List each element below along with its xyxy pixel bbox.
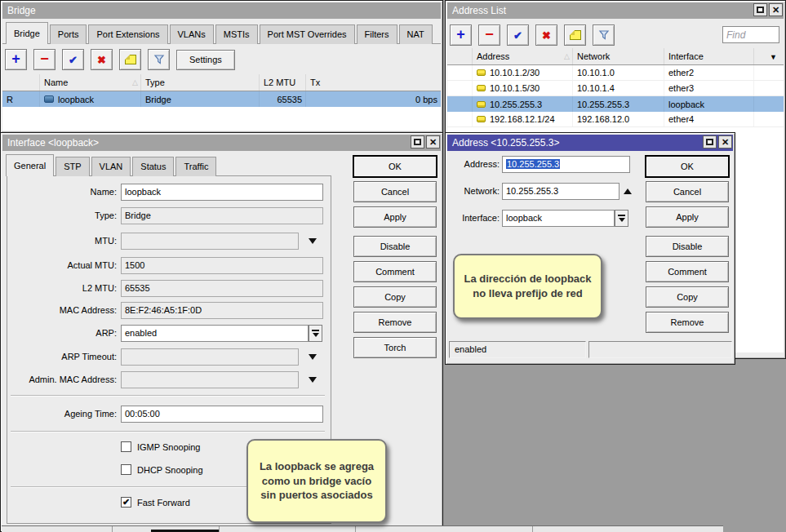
tab-nat[interactable]: NAT — [399, 24, 433, 44]
comment-button[interactable] — [119, 49, 141, 70]
remove-button[interactable]: Remove — [353, 312, 437, 333]
close-button[interactable]: ✕ — [426, 135, 440, 149]
remove-button[interactable]: Remove — [646, 312, 729, 333]
name-field[interactable]: loopback — [121, 184, 323, 201]
column-l2mtu[interactable]: L2 MTU — [260, 74, 306, 91]
row-network: 10.10.1.0 — [573, 65, 664, 80]
comment-button[interactable] — [564, 24, 586, 46]
interface-combo-button[interactable] — [615, 210, 628, 227]
table-row[interactable]: R loopback Bridge 65535 0 bps — [2, 91, 441, 107]
fast-forward-label: Fast Forward — [137, 497, 190, 508]
address-list-toolbar: + − ✔ ✖ — [450, 24, 615, 46]
tab-vlans[interactable]: VLANs — [170, 24, 214, 44]
settings-button[interactable]: Settings — [176, 50, 235, 70]
cancel-button[interactable]: Cancel — [353, 181, 437, 202]
tab-traffic[interactable]: Traffic — [175, 157, 216, 176]
arp-label: ARP: — [1, 325, 117, 342]
maximize-button[interactable] — [753, 3, 767, 16]
add-button[interactable]: + — [450, 24, 472, 46]
minus-icon: − — [40, 51, 49, 66]
apply-button[interactable]: Apply — [353, 206, 437, 228]
tab-mstis[interactable]: MSTIs — [215, 24, 258, 44]
row-address: 10.10.1.5/30 — [473, 81, 573, 95]
funnel-icon — [153, 54, 165, 65]
callout-loopback-address: La dirección de loopback no lleva prefij… — [453, 254, 602, 319]
sort-asc-icon: △ — [564, 48, 570, 64]
table-row[interactable]: 10.10.1.2/30 10.10.1.0 ether2 — [447, 65, 784, 81]
interface-field[interactable]: loopback — [502, 210, 615, 227]
fast-forward-checkbox[interactable]: ✔ — [121, 497, 131, 508]
apply-button[interactable]: Apply — [646, 206, 729, 228]
remove-button[interactable]: − — [478, 24, 500, 46]
enable-button[interactable]: ✔ — [507, 24, 529, 46]
address-dialog-title: Address <10.255.255.3> — [452, 137, 559, 149]
find-input[interactable] — [722, 26, 779, 43]
tab-port-extensions[interactable]: Port Extensions — [88, 24, 167, 44]
arp-field[interactable]: enabled — [121, 325, 309, 342]
admin-mac-field[interactable] — [121, 371, 299, 388]
column-network[interactable]: Network — [573, 48, 664, 64]
selected-text: 10.255.255.3 — [506, 159, 560, 169]
column-name[interactable]: Name△ — [40, 74, 141, 91]
cancel-button[interactable]: Cancel — [646, 181, 729, 202]
disable-button[interactable]: ✖ — [91, 49, 113, 70]
column-chooser[interactable]: ▼ — [754, 48, 784, 64]
column-interface[interactable]: Interface — [664, 48, 754, 64]
enable-button[interactable]: ✔ — [62, 49, 84, 70]
address-dialog: Address <10.255.255.3> ✕ Address: 10.255… — [445, 132, 735, 365]
disable-button[interactable]: Disable — [646, 236, 729, 257]
address-field[interactable]: 10.255.255.3 — [502, 156, 630, 173]
bridge-window-titlebar[interactable]: Bridge — [2, 2, 441, 19]
dhcp-snooping-checkbox[interactable] — [121, 464, 131, 475]
comment-button[interactable]: Comment — [646, 261, 729, 282]
filter-button[interactable] — [593, 24, 615, 46]
arp-timeout-dropdown-icon[interactable] — [309, 354, 317, 360]
arp-combo-button[interactable] — [309, 325, 322, 342]
column-tx[interactable]: Tx — [306, 74, 441, 91]
tab-status[interactable]: Status — [132, 157, 174, 176]
mtu-field[interactable] — [121, 233, 299, 250]
igmp-snooping-label: IGMP Snooping — [137, 441, 200, 453]
ip-address-icon — [477, 101, 486, 108]
close-button[interactable]: ✕ — [769, 3, 783, 16]
ageing-time-field[interactable]: 00:05:00 — [121, 406, 323, 423]
table-row[interactable]: 10.10.1.5/30 10.10.1.4 ether3 — [447, 81, 784, 96]
network-field[interactable]: 10.255.255.3 — [502, 183, 619, 200]
maximize-button[interactable] — [703, 135, 717, 149]
arp-timeout-field[interactable] — [121, 348, 299, 366]
disable-button[interactable]: ✖ — [535, 24, 557, 46]
torch-button[interactable]: Torch — [353, 337, 437, 358]
tab-general[interactable]: General — [6, 154, 54, 176]
network-up-arrow-icon[interactable] — [624, 188, 632, 194]
remove-button[interactable]: − — [33, 49, 56, 70]
comment-button[interactable]: Comment — [353, 261, 437, 282]
tab-vlan[interactable]: VLAN — [91, 157, 131, 176]
admin-mac-dropdown-icon[interactable] — [309, 377, 317, 383]
column-address[interactable]: Address△ — [473, 48, 573, 64]
maximize-button[interactable] — [411, 135, 424, 149]
disable-button[interactable]: Disable — [353, 236, 437, 257]
column-type[interactable]: Type — [141, 74, 260, 91]
row-interface: ether2 — [664, 65, 754, 80]
tab-port-mst-overrides[interactable]: Port MST Overrides — [260, 24, 355, 44]
mtu-dropdown-icon[interactable] — [309, 238, 317, 244]
close-button[interactable]: ✕ — [718, 135, 732, 149]
tab-stp[interactable]: STP — [56, 157, 89, 176]
tab-bridge[interactable]: Bridge — [6, 22, 48, 44]
copy-button[interactable]: Copy — [646, 286, 729, 308]
tab-ports[interactable]: Ports — [50, 24, 87, 44]
interface-dialog-titlebar[interactable]: Interface <loopback> — [2, 135, 441, 151]
table-row[interactable]: 10.255.255.3 10.255.255.3 loopback — [447, 96, 784, 112]
address-list-titlebar[interactable]: Address List — [447, 2, 784, 19]
copy-button[interactable]: Copy — [353, 286, 437, 308]
ok-button[interactable]: OK — [646, 156, 729, 177]
column-flags[interactable] — [2, 74, 40, 91]
table-row[interactable]: 192.168.12.1/24 192.168.12.0 ether4 — [447, 112, 784, 127]
filter-button[interactable] — [148, 49, 170, 70]
status-cell — [588, 341, 732, 358]
igmp-snooping-checkbox[interactable] — [121, 441, 131, 452]
column-flags[interactable] — [447, 48, 473, 64]
add-button[interactable]: + — [5, 49, 27, 70]
tab-filters[interactable]: Filters — [357, 24, 397, 44]
address-dialog-titlebar[interactable]: Address <10.255.255.3> — [447, 135, 733, 151]
